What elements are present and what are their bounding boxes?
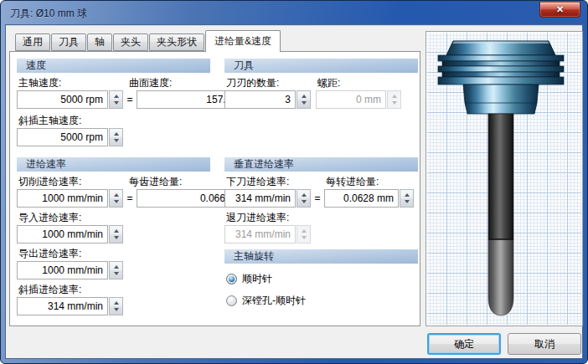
vertical-feed-section-header: 垂直进给速率 — [224, 157, 418, 172]
retract-feed-spinner — [297, 225, 311, 244]
cutting-feed-label: 切削进给速率: — [17, 176, 127, 188]
plunge-feed-field — [224, 189, 311, 208]
ramp-feed-input[interactable] — [17, 297, 108, 315]
tab-shaft[interactable]: 轴 — [87, 33, 112, 51]
spinner-down-icon — [302, 236, 307, 239]
tab-holder-shape[interactable]: 夹头形状 — [149, 33, 204, 51]
ramp-feed-spinner[interactable] — [109, 297, 123, 315]
speed-section-header: 速度 — [17, 59, 210, 73]
close-button[interactable]: ✕ — [539, 2, 580, 18]
lead-in-feed-field — [17, 225, 123, 244]
ramp-spindle-speed-label: 斜插主轴速度: — [17, 115, 210, 127]
dialog-client-area: 通用 刀具 轴 夹头 夹头形状 进给量&速度 速度 主轴速度: 曲面速度: — [5, 24, 583, 359]
spindle-speed-label: 主轴速度: — [17, 77, 127, 90]
plunge-feed-label: 下刀进给速率: — [224, 176, 324, 188]
lead-in-feed-input[interactable] — [17, 225, 108, 244]
spinner-up-icon — [302, 229, 307, 233]
vertical-feed-section: 垂直进给速率 下刀进给速率: 每转进给量: = — [224, 157, 418, 244]
spinner-down-icon — [114, 139, 119, 142]
feed-per-rev-field — [324, 189, 414, 208]
spinner-up-icon — [392, 95, 397, 98]
spindle-rotation-section: 主轴旋转 顺时针 深镗孔-顺时针 — [224, 249, 418, 307]
tool-section-header: 刀具 — [224, 59, 418, 73]
flute-count-input[interactable] — [224, 90, 296, 109]
radio-selected-icon — [226, 274, 237, 285]
close-icon: ✕ — [556, 4, 564, 14]
ramp-feed-label: 斜插进给速率: — [17, 284, 210, 296]
equals-sign: = — [311, 189, 324, 208]
pitch-input — [316, 90, 386, 109]
feed-per-tooth-label: 每齿进给量: — [127, 176, 210, 188]
plunge-feed-spinner[interactable] — [297, 189, 311, 208]
spinner-down-icon — [302, 101, 307, 105]
lead-out-feed-label: 导出进给速率: — [17, 248, 210, 260]
feed-rate-section-header: 进给速率 — [17, 157, 210, 172]
spinner-down-icon — [114, 272, 119, 275]
pitch-spinner — [387, 90, 401, 109]
tool-shank — [488, 114, 513, 239]
feed-rate-section: 进给速率 切削进给速率: 每齿进给量: = — [17, 157, 210, 315]
surface-speed-label: 曲面速度: — [127, 77, 210, 90]
spinner-up-icon — [114, 132, 119, 136]
spinner-up-icon — [302, 193, 307, 197]
spinner-down-icon — [405, 200, 410, 203]
cutting-feed-field — [17, 189, 123, 208]
lead-out-feed-spinner[interactable] — [109, 261, 123, 279]
tool-ball-nose — [488, 239, 513, 315]
feed-speed-tab-page: 速度 主轴速度: 曲面速度: = 斜插 — [9, 51, 420, 326]
lead-out-feed-field — [17, 261, 123, 279]
tab-holder[interactable]: 夹头 — [113, 33, 148, 51]
feed-per-rev-input[interactable] — [324, 189, 399, 208]
cutting-feed-input[interactable] — [17, 189, 108, 208]
spinner-down-icon — [114, 308, 119, 311]
spindle-speed-input[interactable] — [17, 90, 108, 109]
ramp-spindle-speed-input[interactable] — [17, 128, 108, 146]
ok-button[interactable]: 确定 — [427, 333, 501, 355]
tool-holder-flange — [438, 55, 564, 61]
spinner-up-icon — [302, 95, 307, 98]
retract-feed-label: 退刀进给速率: — [224, 212, 418, 224]
spinner-down-icon — [114, 101, 119, 105]
lead-out-feed-input[interactable] — [17, 261, 108, 279]
equals-sign: = — [123, 90, 137, 109]
radio-deep-bore-clockwise[interactable]: 深镗孔-顺时针 — [226, 294, 418, 307]
spinner-up-icon — [114, 229, 119, 233]
tab-general[interactable]: 通用 — [15, 33, 50, 51]
lead-in-feed-spinner[interactable] — [109, 225, 123, 244]
tool-dialog-window: 刀具: Ø10 mm 球 ✕ 通用 刀具 轴 夹头 夹头形状 进给量&速度 速度… — [0, 0, 588, 364]
radio-unselected-icon — [226, 295, 237, 306]
spinner-up-icon — [114, 95, 119, 98]
cutting-feed-spinner[interactable] — [109, 189, 123, 208]
ramp-spindle-speed-field — [17, 128, 123, 146]
tab-feed-and-speed[interactable]: 进给量&速度 — [205, 30, 281, 52]
spinner-up-icon — [114, 301, 119, 305]
retract-feed-field — [224, 225, 311, 244]
equals-sign: = — [123, 189, 137, 208]
tab-tool[interactable]: 刀具 — [51, 33, 86, 51]
pitch-label: 螺距: — [316, 77, 418, 90]
pitch-field — [316, 90, 401, 109]
feed-per-rev-label: 每转进给量: — [324, 176, 418, 188]
lead-in-feed-label: 导入进给速率: — [17, 212, 210, 224]
tool-holder-body — [463, 85, 539, 114]
tool-preview-image — [426, 32, 582, 326]
feed-per-rev-spinner[interactable] — [400, 189, 414, 208]
flute-count-spinner[interactable] — [297, 90, 311, 109]
tab-strip: 通用 刀具 轴 夹头 夹头形状 进给量&速度 — [15, 29, 281, 51]
spinner-up-icon — [114, 265, 119, 269]
ramp-spindle-speed-spinner[interactable] — [109, 128, 123, 146]
plunge-feed-input[interactable] — [224, 189, 296, 208]
speed-section: 速度 主轴速度: 曲面速度: = 斜插 — [17, 59, 210, 146]
spindle-rotation-section-header: 主轴旋转 — [224, 249, 418, 264]
tool-preview-panel — [426, 31, 583, 326]
cancel-button[interactable]: 取消 — [508, 333, 581, 355]
spinner-up-icon — [405, 193, 410, 197]
spindle-speed-field — [17, 90, 123, 109]
radio-clockwise[interactable]: 顺时针 — [226, 272, 418, 285]
radio-clockwise-label: 顺时针 — [242, 272, 272, 286]
radio-deep-bore-clockwise-label: 深镗孔-顺时针 — [242, 294, 306, 308]
spinner-up-icon — [114, 193, 119, 197]
spindle-speed-spinner[interactable] — [109, 90, 123, 109]
ramp-feed-field — [17, 297, 123, 315]
spinner-down-icon — [392, 101, 397, 105]
